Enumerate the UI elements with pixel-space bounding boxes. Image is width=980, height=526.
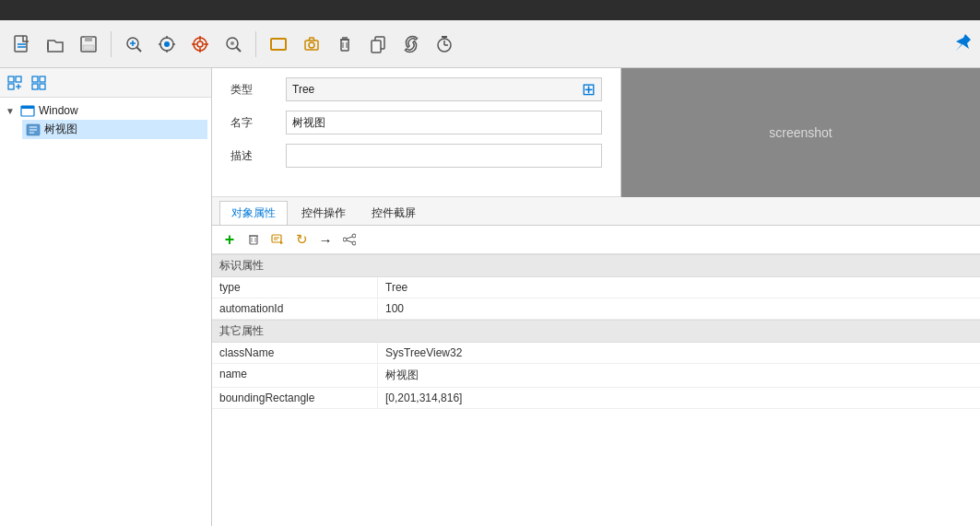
link-button[interactable] xyxy=(396,29,426,59)
prop-name-row[interactable]: name 树视图 xyxy=(212,364,980,388)
tabs-bar: 对象属性 控件操作 控件截屏 xyxy=(212,197,980,226)
inspect1-button[interactable] xyxy=(119,29,148,59)
other-props-header: 其它属性 xyxy=(212,320,980,343)
share-button[interactable] xyxy=(339,229,360,250)
refresh-button[interactable]: ↻ xyxy=(291,229,312,250)
svg-rect-41 xyxy=(8,84,14,89)
prop-name-name: name xyxy=(212,364,378,387)
open-file-button[interactable] xyxy=(41,29,70,59)
svg-rect-47 xyxy=(40,84,45,89)
svg-point-62 xyxy=(352,241,356,245)
svg-rect-5 xyxy=(83,45,94,50)
arrow-button[interactable]: → xyxy=(315,229,336,250)
prop-type-row[interactable]: type Tree xyxy=(212,277,980,298)
list-icon xyxy=(26,123,41,137)
tree-item-window[interactable]: ▼ Window xyxy=(4,101,207,120)
name-input[interactable]: 树视图 xyxy=(286,111,602,134)
name-label: 名字 xyxy=(230,115,286,131)
save-file-button[interactable] xyxy=(74,29,103,59)
prop-classname-row[interactable]: className SysTreeView32 xyxy=(212,343,980,364)
prop-type-value: Tree xyxy=(378,277,980,298)
expand-icon: ▼ xyxy=(6,106,17,116)
tree-child-label: 树视图 xyxy=(44,122,77,137)
type-label: 类型 xyxy=(230,82,286,98)
svg-rect-39 xyxy=(8,76,14,82)
prop-automationid-value: 100 xyxy=(378,298,980,319)
screenshot-label: screenshot xyxy=(769,125,832,140)
new-file-button[interactable] xyxy=(7,29,37,59)
name-value: 树视图 xyxy=(292,115,325,131)
type-row: 类型 Tree ⊞ xyxy=(230,77,602,101)
svg-point-27 xyxy=(309,42,314,48)
tree-item-label: Window xyxy=(39,104,78,117)
svg-rect-49 xyxy=(21,106,34,109)
collapse-tree-button[interactable] xyxy=(28,72,50,94)
id-props-header: 标识属性 xyxy=(212,254,980,277)
svg-line-7 xyxy=(137,47,142,52)
main-toolbar xyxy=(0,20,980,68)
copy-button[interactable] xyxy=(363,29,393,59)
select-rect-button[interactable] xyxy=(264,29,293,59)
tree-item-treeview[interactable]: 树视图 xyxy=(22,120,207,139)
tree-toolbar xyxy=(0,68,211,98)
svg-rect-45 xyxy=(40,76,45,82)
windows-icon: ⊞ xyxy=(582,79,596,99)
desc-row: 描述 xyxy=(230,144,602,168)
tab-control-ops[interactable]: 控件操作 xyxy=(289,201,358,225)
svg-rect-57 xyxy=(272,235,281,242)
svg-point-61 xyxy=(352,234,356,238)
tab-actions: + xyxy=(212,226,980,254)
add-prop-button[interactable]: + xyxy=(219,229,240,250)
tab-object-props[interactable]: 对象属性 xyxy=(219,201,288,225)
svg-line-65 xyxy=(347,240,352,242)
prop-type-name: type xyxy=(212,277,378,298)
top-section: 类型 Tree ⊞ 名字 树视图 xyxy=(212,68,980,197)
prop-classname-name: className xyxy=(212,343,378,363)
svg-line-64 xyxy=(347,237,352,239)
timer-button[interactable] xyxy=(430,29,459,59)
svg-rect-4 xyxy=(85,37,92,41)
properties-table: 标识属性 type Tree automationId 100 其它属性 cla… xyxy=(212,254,980,526)
svg-rect-25 xyxy=(271,39,286,50)
expand-tree-button[interactable] xyxy=(4,72,26,94)
edit-prop-button[interactable] xyxy=(267,229,288,250)
prop-automationid-name: automationId xyxy=(212,298,378,319)
tab-control-screen[interactable]: 控件截屏 xyxy=(360,201,428,225)
sep-1 xyxy=(111,31,112,57)
delete-prop-button[interactable] xyxy=(243,229,264,250)
window-icon xyxy=(20,103,35,118)
left-panel: ▼ Window xyxy=(0,68,212,526)
svg-point-24 xyxy=(230,41,234,45)
desc-input[interactable] xyxy=(286,144,602,168)
prop-boundingrect-value: [0,201,314,816] xyxy=(378,388,980,408)
svg-rect-40 xyxy=(16,76,21,82)
svg-point-11 xyxy=(164,41,170,47)
svg-rect-46 xyxy=(32,84,38,89)
type-value: Tree xyxy=(292,83,314,96)
inspect2-button[interactable] xyxy=(152,29,182,59)
prop-classname-value: SysTreeView32 xyxy=(378,343,980,363)
type-input[interactable]: Tree ⊞ xyxy=(286,77,602,101)
capture-button[interactable] xyxy=(297,29,326,59)
title-bar xyxy=(0,0,980,20)
desc-label: 描述 xyxy=(230,148,286,164)
prop-boundingrect-name: boundingRectangle xyxy=(212,388,378,408)
prop-name-value: 树视图 xyxy=(378,364,980,387)
svg-point-63 xyxy=(343,238,347,241)
svg-rect-54 xyxy=(250,236,257,244)
svg-rect-33 xyxy=(372,41,381,53)
inspect3-button[interactable] xyxy=(185,29,215,59)
prop-automationid-row[interactable]: automationId 100 xyxy=(212,298,980,320)
svg-point-17 xyxy=(197,41,203,47)
pin-button[interactable] xyxy=(952,32,973,55)
svg-line-23 xyxy=(237,47,242,52)
name-row: 名字 树视图 xyxy=(230,111,602,134)
svg-rect-44 xyxy=(32,76,38,82)
sep-2 xyxy=(255,31,256,57)
prop-boundingrect-row[interactable]: boundingRectangle [0,201,314,816] xyxy=(212,388,980,409)
tree-view: ▼ Window xyxy=(0,98,211,526)
screenshot-preview: screenshot xyxy=(620,68,980,197)
inspect4-button[interactable] xyxy=(218,29,248,59)
svg-rect-28 xyxy=(341,40,348,51)
delete-button[interactable] xyxy=(330,29,360,59)
